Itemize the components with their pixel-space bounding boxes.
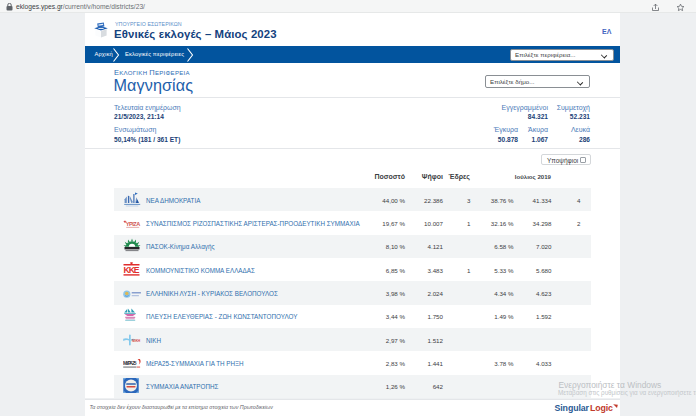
svg-text:KKE: KKE [124, 265, 140, 275]
svg-text:ΥΡΙΖΑ: ΥΡΙΖΑ [126, 221, 140, 227]
svg-text:ΝΙΚΗ: ΝΙΚΗ [132, 339, 141, 343]
svg-text:ΜέΡΑ25: ΜέΡΑ25 [123, 360, 137, 366]
